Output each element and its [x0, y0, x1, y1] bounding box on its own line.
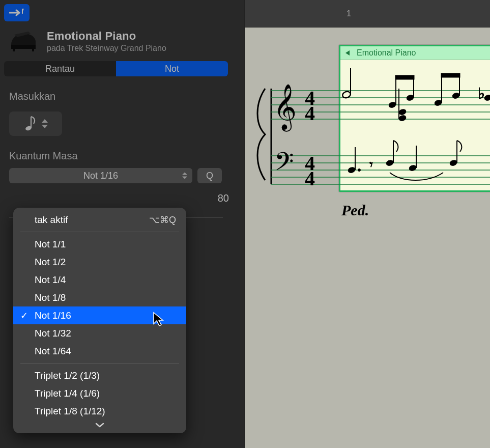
track-header: Emotional Piano pada Trek Steinway Grand… — [4, 30, 240, 76]
svg-point-45 — [409, 164, 417, 172]
svg-point-29 — [398, 115, 407, 122]
dd-separator — [20, 232, 179, 232]
dd-item-triplet-1-4[interactable]: Triplet 1/4 (1/6) — [13, 384, 186, 402]
svg-point-43 — [386, 159, 394, 166]
svg-text:4: 4 — [305, 167, 315, 190]
ruler-bar-number: 1 — [347, 9, 351, 18]
grand-staff: 𝄞 𝄢 4 4 4 4 — [250, 58, 490, 211]
inspector-mode-segmented: Rantau Not — [4, 61, 228, 76]
track-title: Emotional Piano — [47, 30, 166, 43]
quantize-value-select[interactable]: Not 1/16 — [9, 168, 192, 183]
quantize-apply-button[interactable]: Q — [197, 168, 222, 183]
svg-rect-35 — [441, 73, 460, 77]
track-subtitle: pada Trek Steinway Grand Piano — [47, 44, 166, 53]
timeline-ruler[interactable]: 1 — [245, 0, 490, 27]
quantize-strength-row: 80 — [4, 192, 240, 204]
region-loop-icon — [344, 49, 353, 57]
inspector-panel: Emotional Piano pada Trek Steinway Grand… — [0, 0, 244, 448]
insert-note-value-picker[interactable] — [9, 111, 62, 136]
score-canvas[interactable]: Emotional Piano — [245, 27, 490, 448]
pedal-marking: Ped. — [341, 202, 369, 219]
select-stepper-icon — [182, 173, 187, 179]
dd-item-triplet-1-2[interactable]: Triplet 1/2 (1/3) — [13, 367, 186, 384]
quantize-row: Not 1/16 Q — [4, 168, 240, 183]
check-icon: ✓ — [20, 310, 28, 321]
svg-point-41 — [358, 169, 361, 172]
svg-text:𝄢: 𝄢 — [274, 148, 294, 182]
quantize-section-label: Kuantum Masa — [4, 150, 240, 162]
app-root: Emotional Piano pada Trek Steinway Grand… — [0, 0, 490, 448]
chevron-up-icon — [42, 119, 48, 123]
svg-point-25 — [406, 94, 415, 101]
dd-item-label: Not 1/32 — [35, 328, 71, 339]
svg-rect-0 — [11, 45, 36, 49]
dd-item-label: Triplet 1/4 (1/6) — [35, 388, 100, 399]
eighth-note-icon — [23, 115, 37, 133]
score-panel: 1 Emotional Piano — [244, 0, 490, 448]
svg-rect-1 — [13, 49, 15, 51]
note-stepper[interactable] — [42, 119, 48, 128]
chevron-down-icon — [42, 125, 48, 128]
insert-row — [4, 111, 240, 136]
track-header-text: Emotional Piano pada Trek Steinway Grand… — [47, 30, 166, 53]
dd-more-indicator[interactable] — [13, 420, 186, 432]
filter-toggle-button[interactable] — [4, 4, 30, 21]
svg-point-33 — [452, 92, 460, 99]
dd-item-not-1-4[interactable]: Not 1/4 — [13, 271, 186, 289]
region-name: Emotional Piano — [357, 48, 416, 58]
svg-text:♭: ♭ — [478, 85, 485, 102]
svg-point-28 — [398, 108, 407, 116]
dd-item-not-1-2[interactable]: Not 1/2 — [13, 253, 186, 271]
dd-item-not-1-64[interactable]: Not 1/64 — [13, 342, 186, 360]
segment-region[interactable]: Rantau — [4, 61, 116, 76]
dd-item-label: Not 1/16 — [35, 310, 71, 321]
top-toolbar — [4, 4, 240, 21]
dd-item-shortcut: ⌥⌘Q — [149, 214, 176, 226]
dd-item-label: Not 1/8 — [35, 292, 66, 303]
cursor-pointer-icon — [153, 312, 166, 329]
svg-point-47 — [449, 159, 458, 166]
quantize-strength-value: 80 — [218, 192, 229, 204]
chevron-down-icon — [95, 422, 105, 428]
dd-item-label: Not 1/1 — [35, 239, 66, 250]
segment-note[interactable]: Not — [116, 61, 228, 76]
filter-icon — [9, 8, 24, 18]
quantize-selected-label: Not 1/16 — [83, 171, 118, 181]
dd-item-label: Not 1/4 — [35, 274, 66, 286]
dd-item-label: Triplet 1/8 (1/12) — [35, 406, 105, 417]
svg-rect-2 — [32, 49, 34, 51]
svg-point-23 — [388, 101, 397, 108]
dd-item-label: Not 1/2 — [35, 257, 66, 268]
dd-item-not-1-8[interactable]: Not 1/8 — [13, 289, 186, 306]
dd-item-label: Not 1/64 — [35, 346, 71, 357]
instrument-thumbnail — [8, 30, 39, 52]
dd-item-triplet-1-8[interactable]: Triplet 1/8 (1/12) — [13, 402, 186, 420]
dd-item-off[interactable]: tak aktif ⌥⌘Q — [13, 211, 186, 229]
insert-section-label: Masukkan — [4, 91, 240, 102]
svg-text:4: 4 — [305, 102, 315, 125]
quantize-apply-label: Q — [206, 171, 213, 181]
dd-item-label: Triplet 1/2 (1/3) — [35, 370, 100, 381]
grand-piano-icon — [8, 30, 39, 52]
svg-text:𝄞: 𝄞 — [273, 84, 297, 132]
track-header-row: Emotional Piano pada Trek Steinway Grand… — [4, 30, 240, 53]
svg-rect-27 — [395, 75, 414, 79]
svg-point-31 — [434, 99, 443, 106]
dd-item-not-1-1[interactable]: Not 1/1 — [13, 235, 186, 253]
svg-point-39 — [348, 166, 356, 174]
dd-item-label: tak aktif — [35, 214, 68, 226]
dd-separator — [20, 363, 179, 363]
